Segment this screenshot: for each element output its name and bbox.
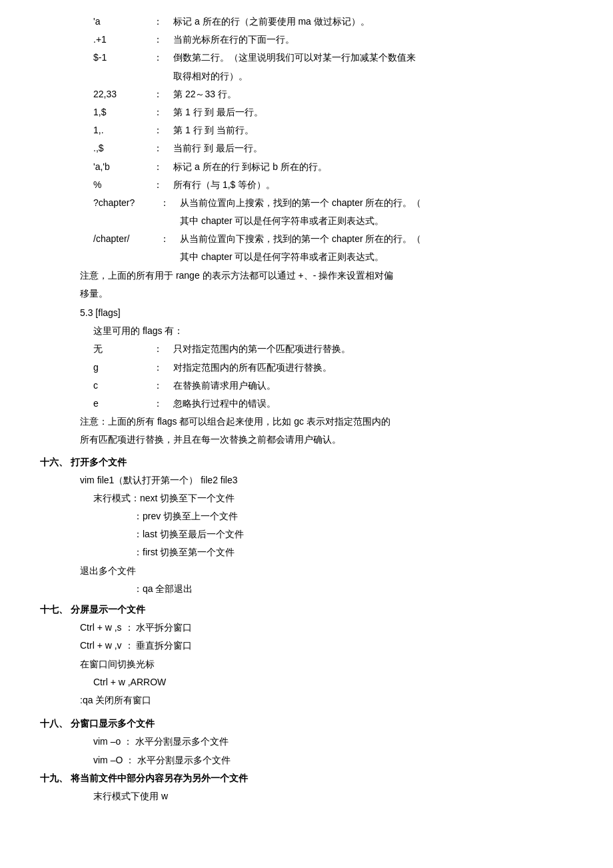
sec17-ws: Ctrl + w ,s ： 水平拆分窗口 <box>40 619 573 636</box>
sec18-vimo: vim –o ： 水平分割显示多个文件 <box>40 733 573 750</box>
desc-text: 这里可用的 flags 有： <box>93 323 183 339</box>
desc-text: 其中 chapter 可以是任何字符串或者正则表达式。 <box>180 249 384 265</box>
list-item: 'a,'b ： 标记 a 所在的行 到标记 b 所在的行。 <box>40 159 573 175</box>
desc-text: vim –o ： 水平分割显示多个文件 <box>93 733 229 750</box>
sec16-cmdmode: 末行模式：next 切换至下一个文件 <box>40 490 573 507</box>
flags-notice-cont: 所有匹配项进行替换，并且在每一次替换之前都会请用户确认。 <box>40 431 573 448</box>
key-label: .+1 <box>93 31 153 48</box>
desc-text: 倒数第二行。（这里说明我们可以对某一行加减某个数值来 <box>173 49 416 66</box>
desc-text: 标记 a 所在的行（之前要使用 ma 做过标记）。 <box>173 13 370 30</box>
colon: ： <box>153 159 173 175</box>
colon: ： <box>160 195 180 211</box>
notice-text-cont: 移量。 <box>40 285 573 302</box>
section-title: 十七、 分屏显示一个文件 <box>40 601 145 618</box>
desc-text: 所有匹配项进行替换，并且在每一次替换之前都会请用户确认。 <box>80 431 341 448</box>
desc-text: 从当前位置向上搜索，找到的第一个 chapter 所在的行。（ <box>180 195 421 211</box>
desc-text: Ctrl + w ,v ： 垂直拆分窗口 <box>80 637 192 654</box>
colon: ： <box>153 395 173 412</box>
list-item: 22,33 ： 第 22～33 行。 <box>40 86 573 103</box>
desc-text: 忽略执行过程中的错误。 <box>173 395 276 412</box>
desc-text: ：prev 切换至上一个文件 <box>133 508 238 525</box>
desc-text: 取得相对的行）。 <box>173 68 248 85</box>
sec17-wv: Ctrl + w ,v ： 垂直拆分窗口 <box>40 637 573 654</box>
section-title: 十八、 分窗口显示多个文件 <box>40 715 155 732</box>
sec16-last: ：last 切换至最后一个文件 <box>40 526 573 543</box>
key-label: c <box>93 377 153 394</box>
list-item-continuation: 其中 chapter 可以是任何字符串或者正则表达式。 <box>40 249 573 265</box>
colon: ： <box>153 377 173 394</box>
section-title: 十九、 将当前文件中部分内容另存为另外一个文件 <box>40 770 248 787</box>
key-label: 22,33 <box>93 86 153 103</box>
section-17-header: 十七、 分屏显示一个文件 <box>40 601 573 618</box>
sec16-prev: ：prev 切换至上一个文件 <box>40 508 573 525</box>
list-item: 'a ： 标记 a 所在的行（之前要使用 ma 做过标记）。 <box>40 13 573 30</box>
colon: ： <box>153 341 173 357</box>
section-18-header: 十八、 分窗口显示多个文件 <box>40 715 573 732</box>
desc-text: ：qa 全部退出 <box>133 581 193 597</box>
key-label: ?chapter? <box>93 195 160 211</box>
desc-text: 第 1 行 到 最后一行。 <box>173 104 263 121</box>
key-label: 1,$ <box>93 104 153 121</box>
desc-text: 只对指定范围内的第一个匹配项进行替换。 <box>173 341 350 357</box>
key-label: 无 <box>93 341 153 357</box>
colon: ： <box>153 140 173 157</box>
key-label: % <box>93 177 153 193</box>
desc-text: 在替换前请求用户确认。 <box>173 377 276 394</box>
section-19-header: 十九、 将当前文件中部分内容另存为另外一个文件 <box>40 770 573 787</box>
key-label: e <box>93 395 153 412</box>
desc-text: 所有行（与 1,$ 等价）。 <box>173 177 275 193</box>
colon: ： <box>153 104 173 121</box>
list-item-continuation: 取得相对的行）。 <box>40 68 573 85</box>
desc-text: 移量。 <box>80 285 108 302</box>
desc-text: 在窗口间切换光标 <box>80 656 155 673</box>
key-label: 'a,'b <box>93 159 153 175</box>
list-item: $-1 ： 倒数第二行。（这里说明我们可以对某一行加减某个数值来 <box>40 49 573 66</box>
list-item: .,$ ： 当前行 到 最后一行。 <box>40 140 573 157</box>
sec16-first: ：first 切换至第一个文件 <box>40 544 573 561</box>
key-label: $-1 <box>93 49 153 66</box>
desc-text: 末行模式：next 切换至下一个文件 <box>93 490 235 507</box>
section-title: 十六、 打开多个文件 <box>40 454 127 471</box>
list-item: 1,. ： 第 1 行 到 当前行。 <box>40 122 573 139</box>
flags-notice: 注意：上面的所有 flags 都可以组合起来使用，比如 gc 表示对指定范围内的 <box>40 413 573 430</box>
key-label: /chapter/ <box>93 231 160 247</box>
desc-text: 对指定范围内的所有匹配项进行替换。 <box>173 359 332 376</box>
notice-text: 注意，上面的所有用于 range 的表示方法都可以通过 +、- 操作来设置相对偏 <box>40 267 573 284</box>
sec16-qa: ：qa 全部退出 <box>40 581 573 597</box>
list-item: ?chapter? ： 从当前位置向上搜索，找到的第一个 chapter 所在的… <box>40 195 573 211</box>
desc-text: ：last 切换至最后一个文件 <box>133 526 244 543</box>
desc-text: 第 1 行 到 当前行。 <box>173 122 254 139</box>
list-item: .+1 ： 当前光标所在行的下面一行。 <box>40 31 573 48</box>
list-item-continuation: 其中 chapter 可以是任何字符串或者正则表达式。 <box>40 213 573 229</box>
list-item: /chapter/ ： 从当前位置向下搜索，找到的第一个 chapter 所在的… <box>40 231 573 247</box>
sec19-desc: 末行模式下使用 w <box>40 788 573 805</box>
desc-text: Ctrl + w ,s ： 水平拆分窗口 <box>80 619 192 636</box>
sec16-vim-cmd: vim file1（默认打开第一个） file2 file3 <box>40 472 573 489</box>
colon: ： <box>153 359 173 376</box>
key-label: g <box>93 359 153 376</box>
desc-text: 第 22～33 行。 <box>173 86 237 103</box>
sec17-qa: :qa 关闭所有窗口 <box>40 692 573 709</box>
desc-text: vim –O ： 水平分割显示多个文件 <box>93 752 231 769</box>
desc-text: 标记 a 所在的行 到标记 b 所在的行。 <box>173 159 327 175</box>
colon: ： <box>153 122 173 139</box>
colon: ： <box>153 13 173 30</box>
list-item: 无 ： 只对指定范围内的第一个匹配项进行替换。 <box>40 341 573 357</box>
list-item: g ： 对指定范围内的所有匹配项进行替换。 <box>40 359 573 376</box>
colon: ： <box>153 86 173 103</box>
sec18-vimO: vim –O ： 水平分割显示多个文件 <box>40 752 573 769</box>
key-label: 1,. <box>93 122 153 139</box>
subsection-53: 5.3 [flags] <box>40 305 573 321</box>
list-item: 1,$ ： 第 1 行 到 最后一行。 <box>40 104 573 121</box>
desc-text: 末行模式下使用 w <box>93 788 168 805</box>
desc-text: 注意：上面的所有 flags 都可以组合起来使用，比如 gc 表示对指定范围内的 <box>80 413 390 430</box>
desc-text: :qa 关闭所有窗口 <box>80 692 151 709</box>
list-item: % ： 所有行（与 1,$ 等价）。 <box>40 177 573 193</box>
sec17-arrow: Ctrl + w ,ARROW <box>40 674 573 691</box>
subsection-title: 5.3 [flags] <box>80 305 121 321</box>
desc-text: 退出多个文件 <box>80 563 136 579</box>
sec16-exit: 退出多个文件 <box>40 563 573 579</box>
key-label: 'a <box>93 13 153 30</box>
key-label: .,$ <box>93 140 153 157</box>
section-16-header: 十六、 打开多个文件 <box>40 454 573 471</box>
